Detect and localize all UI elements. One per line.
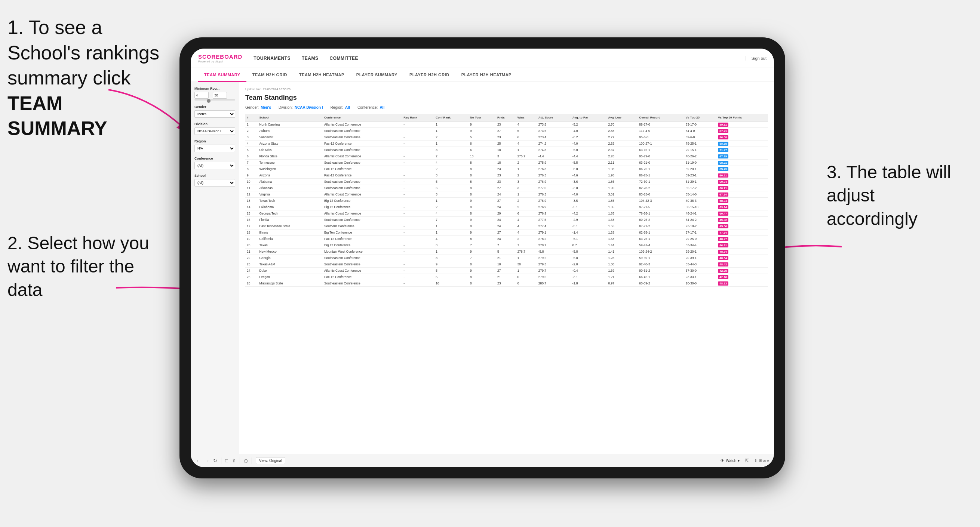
cell-wins: 2 xyxy=(516,172,537,179)
cell-reg-rank: - xyxy=(402,185,434,191)
cell-conference: Southeastern Conference xyxy=(323,185,402,191)
cell-adj-score: 277.4 xyxy=(537,223,571,230)
tab-player-summary[interactable]: PLAYER SUMMARY xyxy=(350,68,403,82)
cell-reg-rank: - xyxy=(402,261,434,268)
cell-wins: 6 xyxy=(516,128,537,134)
nav-teams[interactable]: TEAMS xyxy=(302,54,318,62)
slider-thumb[interactable] xyxy=(207,99,210,103)
tab-team-h2h-grid[interactable]: TEAM H2H GRID xyxy=(247,68,293,82)
cell-avg-low: 1.98 xyxy=(606,172,638,179)
cell-conf-rank: 9 xyxy=(434,261,468,268)
cell-conference: Atlantic Coast Conference xyxy=(323,121,402,128)
cell-conf-rank: 5 xyxy=(434,268,468,274)
cell-rnds: 3 xyxy=(496,153,516,160)
region-select[interactable]: N/A xyxy=(194,144,235,152)
nav-links: TOURNAMENTS TEAMS COMMITTEE xyxy=(253,54,745,62)
cell-overall: 86-25-1 xyxy=(638,172,684,179)
cell-reg-rank: - xyxy=(402,274,434,280)
sign-out-button[interactable]: Sign out xyxy=(746,56,767,60)
filter-bar: Gender: Men's Division: NCAA Division I … xyxy=(245,105,768,110)
view-original-button[interactable]: View: Original xyxy=(256,457,286,464)
cell-vs25: 39-20-1 xyxy=(684,166,717,172)
cell-avg-low: 1.28 xyxy=(606,230,638,236)
share-button[interactable]: ⇧ Share xyxy=(754,459,769,463)
cell-avg-par: -3.1 xyxy=(571,274,607,280)
resize-icon[interactable]: ⇱ xyxy=(745,458,749,464)
cell-conf-rank: 6 xyxy=(434,185,468,191)
cell-adj-score: 276.3 xyxy=(537,172,571,179)
cell-avg-par: -5.8 xyxy=(571,255,607,261)
cell-school: Texas xyxy=(258,242,322,249)
tab-player-h2h-grid[interactable]: PLAYER H2H GRID xyxy=(403,68,455,82)
cell-reg-rank: - xyxy=(402,121,434,128)
cell-rnds: 18 xyxy=(496,160,516,166)
cell-avg-low: 2.77 xyxy=(606,134,638,141)
cell-avg-low: 1.63 xyxy=(606,217,638,223)
cell-adj-score: 279.3 xyxy=(537,261,571,268)
share-small-icon[interactable]: ⇧ xyxy=(232,458,236,464)
tab-team-summary[interactable]: TEAM SUMMARY xyxy=(198,68,247,82)
cell-school: Oregon xyxy=(258,274,322,280)
cell-avg-par: -4.4 xyxy=(571,153,607,160)
watch-button[interactable]: 👁 Watch ▾ xyxy=(721,459,740,463)
logo-sub: Powered by clippd xyxy=(198,60,242,63)
cell-rank: 11 xyxy=(245,185,258,191)
min-rounds-slider[interactable] xyxy=(194,99,235,100)
division-select[interactable]: NCAA Division I xyxy=(194,127,235,135)
cell-conf-rank: 4 xyxy=(434,160,468,166)
cell-rnds: 23 xyxy=(496,121,516,128)
cell-wins: 4 xyxy=(516,121,537,128)
cell-avg-par: -3.5 xyxy=(571,198,607,204)
reload-icon[interactable]: ↻ xyxy=(213,458,217,464)
back-icon[interactable]: ← xyxy=(196,458,201,464)
tab-player-h2h-heatmap[interactable]: PLAYER H2H HEATMAP xyxy=(455,68,517,82)
cell-no-tour: 9 xyxy=(468,121,496,128)
cell-vs50: 68.21 xyxy=(716,160,768,166)
conference-select[interactable]: (All) xyxy=(194,162,235,169)
min-rounds-max-input[interactable] xyxy=(213,92,227,99)
cell-conf-rank: 1 xyxy=(434,249,468,255)
cell-avg-par: -6.0 xyxy=(571,166,607,172)
school-select[interactable]: (All) xyxy=(194,179,235,187)
cell-wins: 3 xyxy=(516,179,537,185)
bookmark-icon[interactable]: □ xyxy=(225,458,228,464)
tablet-screen: SCOREBOARD Powered by clippd TOURNAMENTS… xyxy=(191,49,774,467)
cell-school: Ole Miss xyxy=(258,147,322,153)
col-vs50: Vs Top 50 Points xyxy=(716,114,768,121)
table-row: 10 Alabama Southeastern Conference - 5 8… xyxy=(245,179,768,185)
filter-region: Region: All xyxy=(331,105,350,110)
sidebar-filters: Minimum Rou... - Gender Men's xyxy=(191,82,239,454)
cell-vs25: 40-38-3 xyxy=(684,198,717,204)
min-rounds-min-input[interactable] xyxy=(194,92,208,99)
cell-rnds: 27 xyxy=(496,230,516,236)
cell-wins: 4 xyxy=(516,230,537,236)
cell-conference: Atlantic Coast Conference xyxy=(323,191,402,198)
toolbar-divider-3 xyxy=(251,457,252,464)
cell-conference: Atlantic Coast Conference xyxy=(323,210,402,217)
cell-vs50: 48.13 xyxy=(716,280,768,287)
cell-vs25: 31-19-0 xyxy=(684,160,717,166)
section-title: Team Standings xyxy=(245,94,768,102)
cell-rnds: 27 xyxy=(496,268,516,274)
instruction-2-text: 2. Select how you want to filter the dat… xyxy=(8,232,150,302)
cell-vs50: 67.14 xyxy=(716,191,768,198)
cell-school: California xyxy=(258,236,322,242)
tab-team-h2h-heatmap[interactable]: TEAM H2H HEATMAP xyxy=(293,68,350,82)
cell-rnds: 21 xyxy=(496,255,516,261)
clock-icon[interactable]: ◷ xyxy=(244,458,248,464)
cell-reg-rank: - xyxy=(402,147,434,153)
conference-filter: Conference (All) xyxy=(194,157,235,169)
cell-rank: 13 xyxy=(245,198,258,204)
nav-tournaments[interactable]: TOURNAMENTS xyxy=(253,54,291,62)
cell-avg-low: 1.41 xyxy=(606,249,638,255)
nav-committee[interactable]: COMMITTEE xyxy=(329,54,358,62)
cell-rank: 26 xyxy=(245,280,258,287)
gender-select[interactable]: Men's xyxy=(194,110,235,118)
cell-no-tour: 8 xyxy=(468,172,496,179)
cell-adj-score: 276.3 xyxy=(537,166,571,172)
cell-overall: 95-29-0 xyxy=(638,153,684,160)
forward-icon[interactable]: → xyxy=(205,458,209,464)
table-row: 16 Florida Southeastern Conference - 7 9… xyxy=(245,217,768,223)
school-filter: School (All) xyxy=(194,174,235,187)
cell-overall: 63-15-1 xyxy=(638,147,684,153)
